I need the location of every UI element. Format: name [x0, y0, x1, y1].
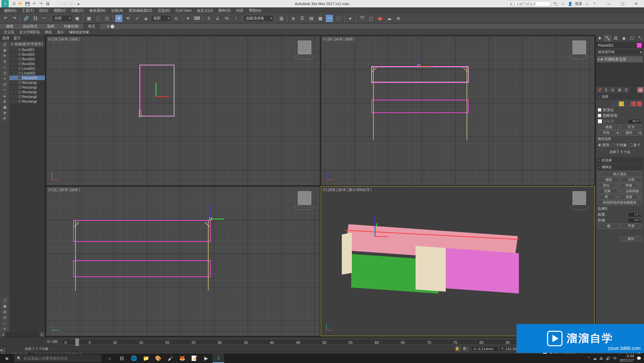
scene-item[interactable]: Box004	[9, 61, 45, 66]
ring-spin[interactable]: ⇅	[615, 130, 620, 136]
btn-extrude[interactable]: 挤出	[598, 183, 615, 188]
tab-create[interactable]: ✚	[596, 35, 603, 42]
refcoord-combo[interactable]: 视图	[151, 15, 171, 22]
se-tool-freeze[interactable]: ❄	[1, 59, 9, 64]
tray-clock[interactable]: 9:34 2021/1/7	[620, 354, 634, 363]
task-app2[interactable]: 🖌	[164, 354, 176, 363]
btn-split[interactable]: 分割	[620, 177, 642, 183]
vp-left-label[interactable]: [+] [左 ] [标准 ] [线框 ]	[48, 188, 80, 192]
weight-spinner[interactable]: 1.0	[628, 212, 642, 217]
render-button[interactable]: 🫖	[376, 14, 384, 22]
viewport-top[interactable]: [+] [顶 ] [标准 ] [线框 ]	[46, 36, 320, 186]
scene-list[interactable]: ⊙ 名称(按升序排序) Box001Box002Box003Box004Line…	[9, 41, 45, 332]
keyboard-button[interactable]: ⌨	[193, 14, 201, 22]
selobj-button[interactable]: ▦	[85, 14, 93, 22]
se-tool-h[interactable]: ▦	[1, 104, 9, 110]
menu-modifiers[interactable]: 修改器(M)	[87, 8, 109, 13]
tray-notifications[interactable]: 💬	[637, 356, 641, 361]
scene-item[interactable]: Plane001	[9, 75, 45, 80]
save-icon[interactable]: 💾	[25, 1, 30, 6]
modifier-stack[interactable]: ▸ ■ 可编辑多边形	[596, 56, 643, 86]
scene-item[interactable]: Box002	[9, 52, 45, 57]
se-tab-select[interactable]: 选择	[2, 36, 9, 41]
menu-animation[interactable]: 动画(A)	[108, 8, 126, 13]
btn-insvert[interactable]: 插入顶点	[598, 171, 642, 177]
layers-button[interactable]: ☰	[298, 14, 306, 22]
star-icon[interactable]: ☆	[560, 1, 566, 6]
redo-icon[interactable]: ↷	[38, 1, 44, 6]
chk-ignore[interactable]	[598, 114, 601, 117]
tab-populate[interactable]: 填充	[83, 23, 100, 30]
se-tool-m[interactable]: ⊞	[1, 309, 9, 314]
scene-item[interactable]: Box001	[9, 47, 45, 52]
menu-content[interactable]: 内容	[233, 8, 246, 13]
time-track[interactable]: 0510152025303540455055606570758085909510…	[62, 339, 593, 345]
task-explorer[interactable]: 📁	[140, 354, 152, 363]
btn-targetweld[interactable]: 目标焊接	[623, 189, 642, 194]
btn-shrink[interactable]: 收缩	[598, 124, 620, 130]
tab-modeling[interactable]: 建模	[1, 23, 18, 30]
modifier-list[interactable]: 修改器列表	[596, 49, 643, 55]
menu-help[interactable]: 帮助(H)	[246, 8, 264, 13]
rotate-button[interactable]: ⟲	[124, 14, 132, 22]
minimize-button[interactable]: —	[602, 0, 616, 7]
btn-connect[interactable]: 连接	[620, 194, 637, 200]
scene-item[interactable]: Line002	[9, 71, 45, 75]
workspace-selector[interactable]: 工作区: 默认 ▸	[54, 1, 82, 7]
signin-icon[interactable]: 👤	[568, 1, 573, 6]
app-logo[interactable]: 3	[1, 0, 9, 7]
link-button[interactable]: 🔗	[22, 14, 30, 22]
btn-smooth[interactable]: 平滑	[620, 223, 642, 229]
scene-item[interactable]: Rectangl	[9, 85, 45, 90]
spinnersnap-button[interactable]: ⫶	[232, 14, 240, 22]
matedit-button[interactable]: ●	[346, 14, 354, 22]
menu-grapheditors[interactable]: 图形编辑器(D)	[126, 8, 155, 13]
menu-group[interactable]: 组(G)	[37, 8, 51, 13]
undo-icon[interactable]: ↶	[32, 1, 37, 6]
vp-top-label[interactable]: [+] [顶 ] [标准 ] [线框 ]	[48, 37, 80, 42]
renderframe-button[interactable]: ▢	[367, 14, 375, 22]
tab-objectpaint[interactable]: 对象绘制	[59, 23, 83, 30]
align-button[interactable]: ≣	[289, 14, 297, 22]
so-edge[interactable]	[619, 101, 624, 106]
se-tool-n[interactable]: ⊟	[1, 315, 9, 320]
chk-angle[interactable]	[598, 119, 602, 123]
placement-button[interactable]: ⬙	[142, 14, 150, 22]
se-tool-b[interactable]: ◫	[1, 70, 9, 75]
task-3dsmax[interactable]: 3	[213, 354, 224, 363]
scene-item[interactable]: Rectangl	[9, 99, 45, 104]
exchange-icon[interactable]: ⌂	[584, 1, 590, 6]
new-icon[interactable]: 🗋	[11, 1, 17, 6]
viewport-perspective[interactable]: [+] [透视 ] [标准 ] [默认明暗处理 ]	[321, 186, 595, 336]
layermgr-button[interactable]: ▤	[307, 14, 315, 22]
curve-button[interactable]: 〜	[325, 14, 333, 22]
modifier-row[interactable]: ▸ ■ 可编辑多边形	[597, 56, 643, 62]
radio-off[interactable]: 禁用	[598, 143, 609, 148]
extrude-set[interactable]: □	[615, 183, 620, 188]
se-scrollbar[interactable]: ◂▸	[1, 332, 44, 337]
so-element[interactable]	[637, 101, 642, 106]
btn-loop[interactable]: 循环	[620, 130, 637, 136]
tab-utilities[interactable]: 🔨	[636, 35, 644, 42]
window-button[interactable]: ◫	[103, 14, 111, 22]
pivot-button[interactable]: ⊙	[172, 14, 180, 22]
se-tool-k[interactable]: ▢	[1, 298, 9, 303]
se-tool-j[interactable]: 👁	[1, 116, 9, 121]
chk-byvertex[interactable]	[598, 108, 601, 112]
renderprod-button[interactable]: ☁	[385, 14, 393, 22]
se-header[interactable]: ⊙ 名称(按升序排序)	[9, 41, 45, 47]
btn-ring[interactable]: 环形	[598, 130, 615, 136]
vp-front-label[interactable]: [+] [前 ] [标准 ] [线框 ]	[323, 37, 355, 42]
redo-button[interactable]: ↷	[10, 14, 18, 22]
object-name-field[interactable]: Plane001	[596, 42, 643, 48]
so-poly[interactable]	[631, 101, 636, 106]
rib-flow[interactable]: 定义流	[1, 30, 17, 35]
viewcube-front[interactable]	[569, 39, 590, 59]
configure[interactable]: ☰	[623, 87, 629, 93]
task-cortana[interactable]: ○	[104, 354, 115, 363]
se-tool-d[interactable]: ⊡	[1, 82, 9, 87]
signin-label[interactable]: 登录	[575, 1, 582, 6]
viewcube-top[interactable]	[294, 39, 315, 59]
tab-motion[interactable]: ◉	[620, 35, 628, 42]
scale-button[interactable]: ⤢	[133, 14, 141, 22]
